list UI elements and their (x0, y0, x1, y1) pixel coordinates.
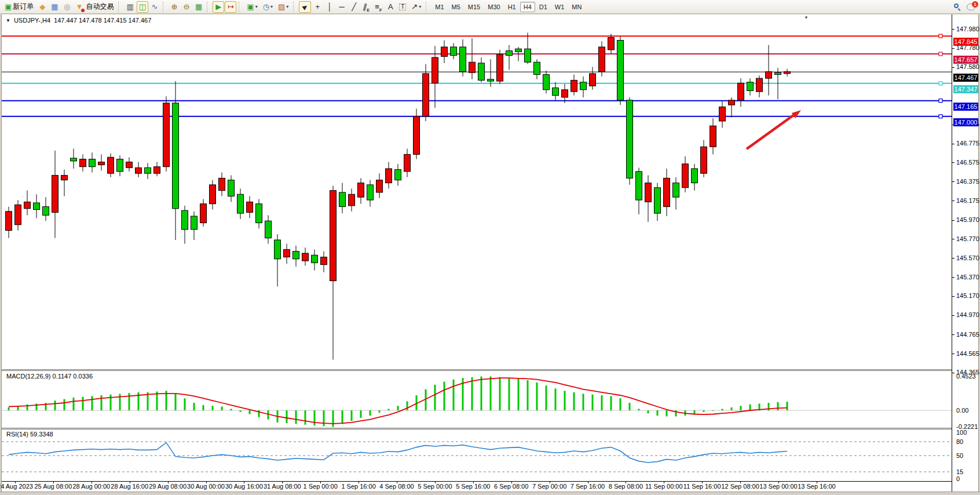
time-tick-label: 29 Aug 08:00 (149, 483, 187, 490)
timeframe-button-m1[interactable]: M1 (432, 2, 447, 12)
chart-shift-marker[interactable]: ▼ (804, 15, 809, 20)
rsi-tick-label: 15 (956, 468, 963, 475)
line-chart-button[interactable]: ∿ (149, 1, 160, 13)
price-tick (952, 354, 955, 354)
timeframe-button-m5[interactable]: M5 (448, 2, 464, 12)
price-tick (952, 239, 955, 239)
trendline-button[interactable]: ╱ (348, 1, 360, 13)
time-tick-label: 1 Sep 16:00 (341, 483, 375, 490)
bar-chart-icon: ▥ (126, 3, 133, 10)
timeframe-button-mn[interactable]: MN (568, 2, 585, 12)
price-tick-label: 145.770 (956, 235, 979, 242)
chat-icon: 1 (967, 3, 975, 10)
badge-letter: F (379, 8, 382, 12)
timeframe-button-m30[interactable]: M30 (484, 2, 503, 12)
tile-windows-button[interactable]: ▦ (193, 1, 204, 13)
notifications-button[interactable]: 1 (964, 1, 978, 13)
price-tick (952, 162, 955, 163)
time-tick-label: 4 Sep 08:00 (379, 483, 414, 490)
horizontal-line-147000[interactable] (2, 115, 952, 118)
toolbar: ▣新订单◆▦◎▼自动交易▥◫∿⊕⊖▦▶↦▣▾◷▾▨▾►+│─╱∥E≡FAT↗▾M… (0, 0, 980, 14)
text-button[interactable]: A (385, 1, 396, 13)
chart-window-button[interactable]: ▦ (49, 1, 60, 13)
time-tick-label: 6 Sep 08:00 (494, 483, 528, 490)
time-tick-label: 25 Aug 08:00 (34, 483, 72, 490)
price-tick-label: 144.765 (956, 331, 979, 338)
price-tick-label: 144.565 (956, 350, 979, 357)
toolbar-separator (239, 2, 242, 12)
vertical-line-icon: │ (327, 3, 332, 10)
price-tick (952, 201, 955, 201)
search-button[interactable] (951, 1, 964, 13)
fibonacci-button[interactable]: ≡F (372, 1, 384, 13)
channel-button[interactable]: ∥E (360, 1, 372, 13)
price-tick-label: 146.575 (956, 159, 979, 166)
chart-shift-button[interactable]: ↦ (225, 1, 236, 13)
new-order-button-label: 新订单 (13, 2, 34, 12)
timeframe-button-m15[interactable]: M15 (465, 2, 484, 12)
toolbar-separator (426, 2, 429, 12)
text-label-icon: T (399, 3, 406, 10)
candle-chart-button[interactable]: ◫ (137, 1, 148, 13)
chart-title-row: ▼ USDJPY-,H4 147.447 147.478 147.415 147… (6, 17, 151, 24)
time-tick-label: 11 Sep 16:00 (683, 483, 721, 490)
timeframe-button-h4[interactable]: H4 (520, 2, 535, 12)
zoom-in-button[interactable]: ⊕ (169, 1, 180, 13)
cursor-button[interactable]: ► (299, 1, 311, 13)
price-chart-canvas[interactable] (2, 14, 952, 369)
toolbar-separator (293, 2, 297, 12)
horizontal-line-147845[interactable] (2, 34, 952, 38)
one-click-trading-toggle[interactable]: ▼ (6, 18, 10, 23)
time-tick-label: 8 Sep 08:00 (609, 483, 643, 490)
crosshair-icon: + (315, 3, 320, 10)
dropdown-caret-icon: ▾ (255, 4, 258, 9)
market-watch-button[interactable]: ◆ (36, 1, 48, 13)
dropdown-caret-icon: ▾ (286, 4, 288, 9)
price-tick-label: 147.580 (956, 63, 979, 70)
horizontal-line-147657[interactable] (2, 52, 952, 56)
text-label-button[interactable]: T (397, 1, 408, 13)
price-tick (952, 220, 955, 221)
timeframe-button-w1[interactable]: W1 (551, 2, 568, 12)
auto-scroll-button[interactable]: ▶ (213, 1, 224, 13)
macd-pane-canvas[interactable] (2, 371, 952, 428)
toolbar-separator (118, 2, 122, 12)
crosshair-button[interactable]: + (312, 1, 323, 13)
autotrading-button[interactable]: ▼自动交易 (74, 1, 116, 13)
timeframe-button-h1[interactable]: H1 (504, 2, 520, 12)
rsi-tick-label: 0 (956, 475, 960, 482)
line-price-label: 147.657 (953, 56, 978, 64)
templates-button[interactable]: ▨▾ (276, 1, 291, 13)
clock-icon: ◷ (263, 3, 269, 10)
rsi-pane-canvas[interactable] (2, 430, 952, 481)
time-tick-label: 1 Sep 00:00 (303, 483, 338, 490)
notification-badge: 1 (972, 1, 978, 8)
vertical-line-button[interactable]: │ (324, 1, 335, 13)
time-axis[interactable]: 24 Aug 202325 Aug 08:0028 Aug 00:0028 Au… (2, 482, 952, 492)
horizontal-line-button[interactable]: ─ (336, 1, 348, 13)
signals-button[interactable]: ◎ (61, 1, 73, 13)
price-tick-label: 145.370 (956, 274, 979, 281)
macd-label: MACD(12,26,9) 0.1147 0.0336 (6, 373, 93, 380)
timeframe-button-d1[interactable]: D1 (536, 2, 551, 12)
fibonacci-icon: ≡ (375, 3, 379, 10)
rsi-tick-label: 100 (956, 429, 967, 436)
periods-button[interactable]: ◷▾ (261, 1, 275, 13)
macd-tick-label: 0.00 (956, 407, 968, 414)
horizontal-line-147347[interactable] (2, 82, 952, 85)
price-tick-label: 145.970 (956, 216, 979, 223)
dropdown-caret-icon: ▾ (419, 4, 421, 9)
toolbar-separator (207, 2, 210, 12)
horizontal-line-147165[interactable] (2, 99, 952, 103)
new-order-button[interactable]: ▣新订单 (2, 1, 36, 13)
time-tick-label: 11 Sep 00:00 (645, 483, 683, 490)
arrows-button[interactable]: ↗▾ (409, 1, 423, 13)
time-tick-label: 24 Aug 2023 (0, 483, 33, 490)
bar-chart-button[interactable]: ▥ (124, 1, 136, 13)
signal-icon: ◎ (64, 3, 70, 10)
zoom-out-button[interactable]: ⊖ (181, 1, 192, 13)
price-tick-label: 145.570 (956, 254, 979, 261)
indicators-button[interactable]: ▣▾ (244, 1, 259, 13)
price-tick-label: 146.375 (956, 178, 979, 185)
price-axis[interactable]: 147.980147.780147.580146.975146.775146.5… (952, 14, 978, 492)
